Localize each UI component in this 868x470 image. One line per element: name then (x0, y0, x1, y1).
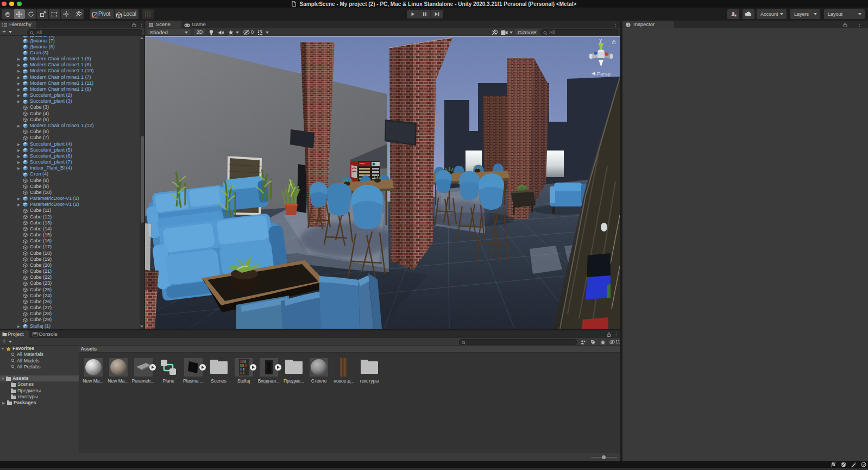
svg-text:y: y (600, 37, 602, 43)
svg-text:Persp: Persp (597, 71, 611, 77)
